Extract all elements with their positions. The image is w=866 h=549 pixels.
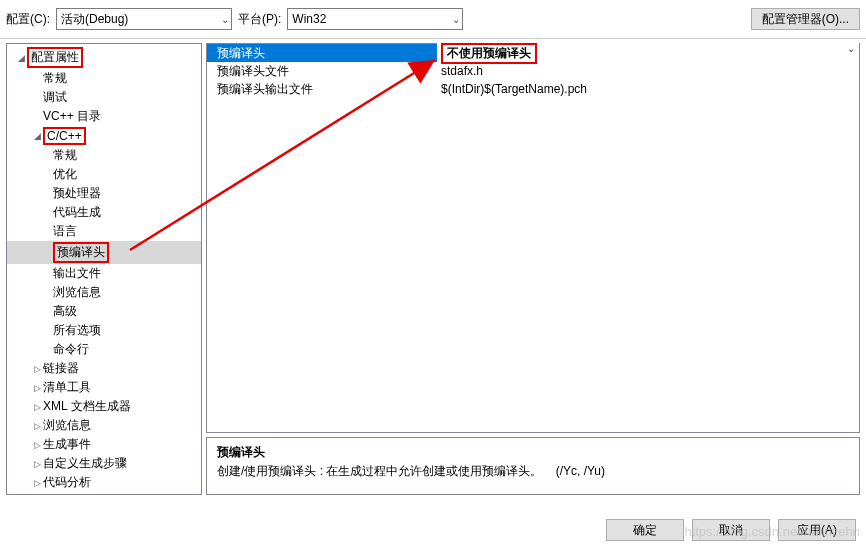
tree-item[interactable]: ▷自定义生成步骤 bbox=[7, 454, 201, 473]
grid-value[interactable]: stdafx.h bbox=[437, 64, 859, 78]
config-value: 活动(Debug) bbox=[61, 11, 128, 28]
tree-item[interactable]: ▷生成事件 bbox=[7, 435, 201, 454]
chevron-down-icon: ⌄ bbox=[452, 14, 460, 25]
chevron-down-icon: ⌄ bbox=[847, 43, 855, 54]
tree-item[interactable]: 语言 bbox=[7, 222, 201, 241]
expand-icon: ▷ bbox=[31, 383, 43, 393]
description-panel: 预编译头 创建/使用预编译头 : 在生成过程中允许创建或使用预编译头。 (/Yc… bbox=[206, 437, 860, 495]
tree-item[interactable]: 高级 bbox=[7, 302, 201, 321]
tree-item[interactable]: ▷代码分析 bbox=[7, 473, 201, 492]
expand-icon: ▷ bbox=[31, 402, 43, 412]
chevron-down-icon: ⌄ bbox=[221, 14, 229, 25]
config-tree[interactable]: ◢ 配置属性 常规 调试 VC++ 目录 ◢ C/C++ 常规 优化 预处理器 … bbox=[6, 43, 202, 495]
tree-item[interactable]: 命令行 bbox=[7, 340, 201, 359]
desc-title: 预编译头 bbox=[217, 444, 849, 461]
config-combo[interactable]: 活动(Debug) ⌄ bbox=[56, 8, 232, 30]
expand-icon: ▷ bbox=[31, 478, 43, 488]
tree-item[interactable]: VC++ 目录 bbox=[7, 107, 201, 126]
grid-label: 预编译头 bbox=[207, 45, 437, 62]
expand-icon: ▷ bbox=[31, 440, 43, 450]
tree-item[interactable]: 优化 bbox=[7, 165, 201, 184]
tree-cpp[interactable]: ◢ C/C++ bbox=[7, 126, 201, 146]
expand-icon: ▷ bbox=[31, 459, 43, 469]
grid-row[interactable]: 预编译头输出文件 $(IntDir)$(TargetName).pch bbox=[207, 80, 859, 98]
tree-item[interactable]: 代码生成 bbox=[7, 203, 201, 222]
tree-item[interactable]: ▷链接器 bbox=[7, 359, 201, 378]
tree-label: C/C++ bbox=[43, 127, 86, 145]
watermark: https://blog.csdn.net/hulinzehn bbox=[684, 524, 860, 539]
tree-item[interactable]: 所有选项 bbox=[7, 321, 201, 340]
config-manager-button[interactable]: 配置管理器(O)... bbox=[751, 8, 860, 30]
grid-row-precompiled-header[interactable]: 预编译头 不使用预编译头 ⌄ bbox=[207, 44, 859, 62]
tree-item[interactable]: ▷清单工具 bbox=[7, 378, 201, 397]
grid-label: 预编译头输出文件 bbox=[207, 81, 437, 98]
tree-item[interactable]: 输出文件 bbox=[7, 264, 201, 283]
platform-label: 平台(P): bbox=[238, 11, 281, 28]
tree-item[interactable]: 常规 bbox=[7, 69, 201, 88]
ok-button[interactable]: 确定 bbox=[606, 519, 684, 541]
tree-item-precompiled[interactable]: 预编译头 bbox=[7, 241, 201, 264]
property-grid: 预编译头 不使用预编译头 ⌄ 预编译头文件 stdafx.h 预编译头输出文件 … bbox=[206, 43, 860, 433]
tree-item[interactable]: ▷浏览信息 bbox=[7, 416, 201, 435]
tree-item[interactable]: 浏览信息 bbox=[7, 283, 201, 302]
tree-item[interactable]: 预处理器 bbox=[7, 184, 201, 203]
expand-icon: ▷ bbox=[31, 421, 43, 431]
tree-item[interactable]: ▷XML 文档生成器 bbox=[7, 397, 201, 416]
platform-value: Win32 bbox=[292, 12, 326, 26]
tree-item[interactable]: 调试 bbox=[7, 88, 201, 107]
collapse-icon: ◢ bbox=[15, 53, 27, 63]
tree-item[interactable]: 常规 bbox=[7, 146, 201, 165]
desc-body: 创建/使用预编译头 : 在生成过程中允许创建或使用预编译头。 (/Yc, /Yu… bbox=[217, 463, 849, 480]
grid-label: 预编译头文件 bbox=[207, 63, 437, 80]
platform-combo[interactable]: Win32 ⌄ bbox=[287, 8, 463, 30]
config-label: 配置(C): bbox=[6, 11, 50, 28]
grid-value-combo[interactable]: 不使用预编译头 ⌄ bbox=[437, 43, 859, 64]
tree-label: 预编译头 bbox=[53, 242, 109, 263]
collapse-icon: ◢ bbox=[31, 131, 43, 141]
grid-value[interactable]: $(IntDir)$(TargetName).pch bbox=[437, 82, 859, 96]
grid-row[interactable]: 预编译头文件 stdafx.h bbox=[207, 62, 859, 80]
tree-root[interactable]: ◢ 配置属性 bbox=[7, 46, 201, 69]
tree-label: 配置属性 bbox=[27, 47, 83, 68]
precompiled-value: 不使用预编译头 bbox=[441, 43, 537, 64]
expand-icon: ▷ bbox=[31, 364, 43, 374]
